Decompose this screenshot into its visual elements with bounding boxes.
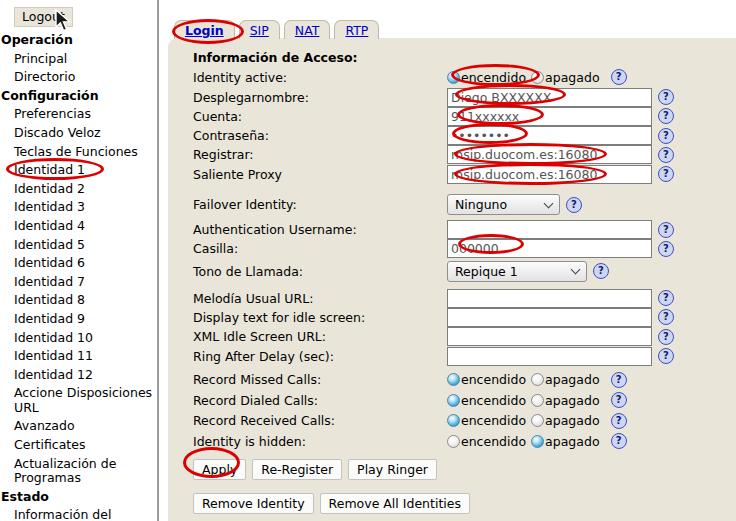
- radio-record-dialed-apagado[interactable]: [531, 394, 544, 407]
- remove-all-identities-button[interactable]: Remove All Identities: [320, 493, 470, 514]
- sidebar-item-identidad-11[interactable]: Identidad 11: [0, 347, 157, 366]
- chevron-down-icon: [544, 198, 554, 208]
- radio-label-apagado: apagado: [545, 434, 599, 449]
- apply-button[interactable]: Apply: [193, 459, 246, 480]
- row-xml-idle-url: XML Idle Screen URL:?: [193, 327, 674, 346]
- main-panel: Información de Acceso: Identity active:e…: [168, 38, 736, 521]
- radio-label-apagado: apagado: [545, 70, 599, 85]
- help-icon[interactable]: ?: [658, 108, 674, 124]
- help-icon[interactable]: ?: [658, 309, 674, 325]
- radio-record-received-encendido[interactable]: [447, 414, 460, 427]
- input-mailbox[interactable]: 000000: [447, 239, 652, 258]
- sidebar-item-teclas-de-funciones[interactable]: Teclas de Funciones: [0, 143, 157, 162]
- row-record-dialed: Record Dialed Calls:encendidoapagado?: [193, 390, 674, 410]
- tab-login[interactable]: Login: [174, 20, 235, 39]
- sidebar-item-certificates[interactable]: Certificates: [0, 436, 157, 455]
- help-icon[interactable]: ?: [658, 89, 674, 105]
- sidebar-item-identidad-7[interactable]: Identidad 7: [0, 273, 157, 292]
- help-icon[interactable]: ?: [658, 329, 674, 345]
- input-auth-username[interactable]: [447, 220, 652, 239]
- help-icon[interactable]: ?: [658, 147, 674, 163]
- help-icon[interactable]: ?: [611, 392, 627, 408]
- help-icon[interactable]: ?: [658, 290, 674, 306]
- radio-record-dialed-encendido[interactable]: [447, 394, 460, 407]
- radio-identity-active-apagado[interactable]: [531, 71, 544, 84]
- radio-record-missed-apagado[interactable]: [531, 373, 544, 386]
- tab-label-sip: SIP: [250, 23, 269, 38]
- input-idle-text[interactable]: [447, 308, 652, 327]
- row-auth-username: Authentication Username:?: [193, 220, 674, 239]
- tab-label-login: Login: [185, 23, 224, 38]
- sidebar-item-directorio[interactable]: Directorio: [0, 68, 157, 87]
- input-display-name[interactable]: Diego BXXXXXX: [447, 88, 652, 107]
- input-account[interactable]: 911xxxxxx: [447, 107, 652, 126]
- sidebar-item-principal[interactable]: Principal: [0, 50, 157, 69]
- label-password: Contraseña:: [193, 128, 447, 143]
- select-value-failover-identity: Ninguno: [455, 197, 507, 212]
- tab-rtp[interactable]: RTP: [334, 20, 379, 39]
- select-failover-identity[interactable]: Ninguno: [447, 194, 560, 215]
- help-icon[interactable]: ?: [611, 413, 627, 429]
- sidebar-item-identidad-12[interactable]: Identidad 12: [0, 366, 157, 385]
- help-icon[interactable]: ?: [658, 128, 674, 144]
- radio-identity-hidden-encendido[interactable]: [447, 435, 460, 448]
- sidebar-item-identidad-9[interactable]: Identidad 9: [0, 310, 157, 329]
- input-registrar[interactable]: msip.duocom.es:16080: [447, 145, 652, 164]
- sidebar-item-preferencias[interactable]: Preferencias: [0, 105, 157, 124]
- help-icon[interactable]: ?: [566, 197, 582, 213]
- label-ring-after-delay: Ring After Delay (sec):: [193, 349, 447, 364]
- input-ring-after-delay[interactable]: [447, 347, 652, 366]
- sidebar-item-discado-veloz[interactable]: Discado Veloz: [0, 124, 157, 143]
- sidebar-item-avanzado[interactable]: Avanzado: [0, 417, 157, 436]
- remove-identity-button[interactable]: Remove Identity: [193, 493, 314, 514]
- input-password[interactable]: ••••••••: [447, 126, 652, 145]
- label-custom-melody-url: Melodía Usual URL:: [193, 291, 447, 306]
- help-icon[interactable]: ?: [658, 241, 674, 257]
- radio-record-missed-encendido[interactable]: [447, 373, 460, 386]
- sidebar-item-identidad-8[interactable]: Identidad 8: [0, 291, 157, 310]
- row-record-missed: Record Missed Calls:encendidoapagado?: [193, 370, 674, 390]
- label-record-dialed: Record Dialed Calls:: [193, 393, 447, 408]
- sidebar-item-identidad-4[interactable]: Identidad 4: [0, 217, 157, 236]
- tab-bar: LoginSIPNATRTP: [174, 20, 379, 39]
- sidebar-item-informacion-del-sistema[interactable]: Información del Sistema: [0, 506, 157, 521]
- sidebar-item-identidad-5[interactable]: Identidad 5: [0, 236, 157, 255]
- radio-record-received-apagado[interactable]: [531, 414, 544, 427]
- radio-label-apagado: apagado: [545, 372, 599, 387]
- help-icon[interactable]: ?: [658, 222, 674, 238]
- sidebar-item-identidad-6[interactable]: Identidad 6: [0, 254, 157, 273]
- help-icon[interactable]: ?: [611, 69, 627, 85]
- help-icon[interactable]: ?: [658, 348, 674, 364]
- row-outbound-proxy: Saliente Proxymsip.duocom.es:16080?: [193, 165, 674, 184]
- row-registrar: Registrar:msip.duocom.es:16080?: [193, 145, 674, 164]
- sidebar-item-identidad-2[interactable]: Identidad 2: [0, 180, 157, 199]
- action-button-row: ApplyRe-RegisterPlay Ringer: [193, 459, 674, 480]
- row-record-received: Record Received Calls:encendidoapagado?: [193, 410, 674, 430]
- input-outbound-proxy[interactable]: msip.duocom.es:16080: [447, 165, 652, 184]
- label-idle-text: Display text for idle screen:: [193, 310, 447, 325]
- tab-nat[interactable]: NAT: [284, 20, 331, 39]
- radio-identity-hidden-apagado[interactable]: [531, 435, 544, 448]
- label-display-name: Desplegarnombre:: [193, 90, 447, 105]
- sidebar-header-estado: Estado: [0, 488, 157, 507]
- tab-sip[interactable]: SIP: [239, 20, 280, 39]
- sidebar-item-identidad-3[interactable]: Identidad 3: [0, 198, 157, 217]
- sidebar-item-accione-disposiciones-url[interactable]: Accione Disposiciones URL: [0, 384, 157, 417]
- label-registrar: Registrar:: [193, 147, 447, 162]
- play-ringer-button[interactable]: Play Ringer: [348, 459, 437, 480]
- input-xml-idle-url[interactable]: [447, 327, 652, 346]
- re-register-button[interactable]: Re-Register: [252, 459, 342, 480]
- radio-identity-active-encendido[interactable]: [447, 71, 460, 84]
- sidebar-item-identidad-10[interactable]: Identidad 10: [0, 329, 157, 348]
- radio-label-encendido: encendido: [461, 413, 526, 428]
- sidebar-item-actualizacion-de-programas[interactable]: Actualización de Programas: [0, 455, 157, 488]
- help-icon[interactable]: ?: [658, 166, 674, 182]
- input-custom-melody-url[interactable]: [447, 289, 652, 308]
- help-icon[interactable]: ?: [611, 372, 627, 388]
- select-ringtone[interactable]: Repique 1: [447, 261, 587, 282]
- help-icon[interactable]: ?: [593, 263, 609, 279]
- sidebar-item-identidad-1[interactable]: Identidad 1: [0, 161, 157, 180]
- logout-button[interactable]: Logout: [14, 7, 73, 27]
- help-icon[interactable]: ?: [611, 433, 627, 449]
- row-password: Contraseña:••••••••?: [193, 126, 674, 145]
